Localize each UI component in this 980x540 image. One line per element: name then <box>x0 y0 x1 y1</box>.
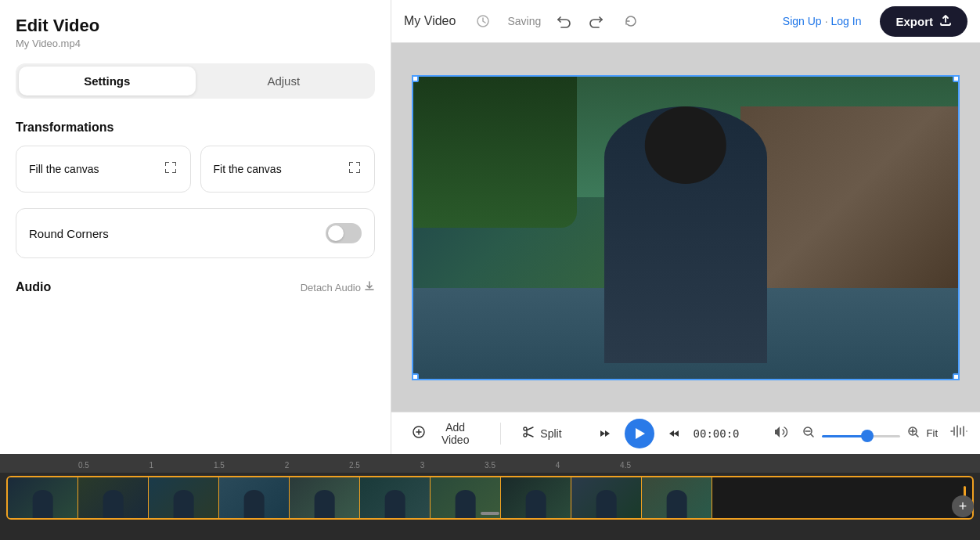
redo-button[interactable] <box>585 9 610 34</box>
sync-icon-button[interactable] <box>471 9 495 33</box>
sign-up-link[interactable]: Sign Up <box>783 15 822 27</box>
track-thumb-8 <box>501 477 571 518</box>
auth-separator: · <box>825 15 828 27</box>
track-thumb-5 <box>290 477 360 518</box>
upload-icon <box>939 14 952 29</box>
video-placeholder <box>413 77 958 379</box>
ruler-mark-0: 0.5 <box>78 461 89 470</box>
fill-canvas-button[interactable]: Fill the canvas <box>16 146 191 193</box>
page-title: Edit Video <box>16 16 375 36</box>
ruler-mark-5: 3 <box>420 461 425 470</box>
add-circle-icon <box>412 425 426 441</box>
track-bottom-handle[interactable] <box>481 512 499 515</box>
refresh-button[interactable] <box>619 9 643 33</box>
vp-person <box>604 106 768 363</box>
thumb-person-9 <box>596 490 617 518</box>
track-thumb-4 <box>219 477 290 518</box>
video-frame[interactable] <box>412 75 960 380</box>
split-button[interactable]: Split <box>513 420 569 446</box>
round-corners-label: Round Corners <box>29 227 109 240</box>
header-bar: My Video Saving Sign Up · Log In Exp <box>391 0 980 43</box>
vp-trees <box>413 77 577 228</box>
handle-bottom-right[interactable] <box>953 373 960 380</box>
fit-canvas-label: Fit the canvas <box>214 163 282 175</box>
fill-canvas-icon <box>164 160 178 178</box>
play-button[interactable] <box>625 419 654 448</box>
ruler-mark-8: 4.5 <box>620 461 631 470</box>
zoom-out-button[interactable] <box>802 425 816 442</box>
track-thumb-9 <box>571 477 642 518</box>
add-video-label: Add Video <box>431 421 480 446</box>
detach-audio-label: Detach Audio <box>301 282 361 293</box>
fit-canvas-icon <box>348 160 362 178</box>
add-video-button[interactable]: Add Video <box>404 416 488 451</box>
ruler-mark-2: 1.5 <box>214 461 225 470</box>
zoom-slider[interactable] <box>822 435 900 437</box>
round-corners-card: Round Corners <box>16 208 375 258</box>
log-in-link[interactable]: Log In <box>831 15 862 27</box>
video-track[interactable] <box>6 476 974 520</box>
bottom-toolbar: Add Video Split 00:00:0 <box>391 412 980 454</box>
fit-canvas-button[interactable]: Fit the canvas <box>200 146 376 193</box>
playback-controls: 00:00:0 <box>595 419 748 448</box>
zoom-in-button[interactable] <box>906 425 921 442</box>
toggle-slider <box>326 223 362 243</box>
ruler-mark-1: 1 <box>150 461 154 470</box>
audio-label: Audio <box>16 280 51 294</box>
file-subtitle: My Video.mp4 <box>16 38 375 49</box>
vp-helmet <box>645 106 726 183</box>
thumb-person-4 <box>243 490 265 518</box>
video-name: My Video <box>404 14 456 28</box>
split-label: Split <box>540 427 561 440</box>
thumb-person-3 <box>173 490 194 518</box>
handle-top-left[interactable] <box>412 75 419 82</box>
ruler-mark-7: 4 <box>556 461 560 470</box>
saving-status: Saving <box>507 15 541 27</box>
handle-bottom-left[interactable] <box>412 373 419 380</box>
export-button[interactable]: Export <box>880 6 967 37</box>
thumb-person-8 <box>525 490 546 518</box>
timeline-tracks: + <box>0 473 980 540</box>
timecode: 00:00:0 <box>694 427 748 440</box>
transform-buttons-row: Fill the canvas Fit the canvas <box>16 146 375 193</box>
detach-audio-button[interactable]: Detach Audio <box>301 281 375 294</box>
right-panel: My Video Saving Sign Up · Log In Exp <box>391 0 980 454</box>
track-thumb-10 <box>642 477 712 518</box>
vp-rock <box>740 106 958 288</box>
thumb-person-2 <box>103 490 124 518</box>
fill-canvas-label: Fill the canvas <box>29 163 99 175</box>
waveform-button[interactable] <box>950 424 967 442</box>
thumb-person-10 <box>666 490 687 518</box>
toolbar-divider-1 <box>500 423 501 445</box>
rewind-button[interactable] <box>595 423 615 444</box>
audio-row: Audio Detach Audio <box>16 280 375 294</box>
ruler-mark-3: 2 <box>285 461 290 470</box>
track-thumb-1 <box>8 477 78 518</box>
auth-links: Sign Up · Log In <box>783 15 862 27</box>
thumb-person-5 <box>314 490 335 518</box>
track-thumb-2 <box>78 477 149 518</box>
fit-button[interactable]: Fit <box>927 427 938 439</box>
export-label: Export <box>895 15 933 28</box>
ruler-mark-4: 2.5 <box>349 461 360 470</box>
handle-top-mid[interactable] <box>412 379 421 380</box>
zoom-controls: Fit <box>802 425 938 442</box>
tab-adjust[interactable]: Adjust <box>196 67 373 95</box>
thumb-person-7 <box>455 490 476 518</box>
volume-button[interactable] <box>773 424 789 443</box>
undo-button[interactable] <box>550 9 575 34</box>
thumb-person-6 <box>384 490 405 518</box>
fast-forward-button[interactable] <box>664 423 684 444</box>
handle-top-right[interactable] <box>953 75 960 82</box>
scissors-icon <box>521 425 535 441</box>
zoom-slider-container <box>822 427 900 441</box>
tab-settings[interactable]: Settings <box>19 67 196 95</box>
track-thumb-3 <box>149 477 219 518</box>
timeline-add-button[interactable]: + <box>952 495 974 517</box>
audio-detach-icon <box>364 281 375 294</box>
ruler-mark-6: 3.5 <box>485 461 495 470</box>
timeline-area: 0.5 1 1.5 2 2.5 3 3.5 4 4.5 <box>0 454 980 540</box>
thumb-person-1 <box>32 490 53 518</box>
preview-area <box>391 43 980 412</box>
round-corners-toggle[interactable] <box>326 223 362 243</box>
